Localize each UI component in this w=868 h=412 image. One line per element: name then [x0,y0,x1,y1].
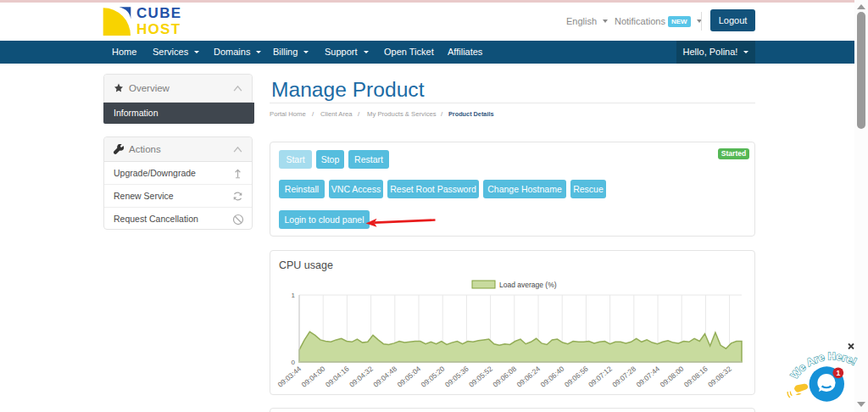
svg-text:Load average (%): Load average (%) [499,281,557,289]
svg-text:1: 1 [836,369,840,377]
svg-text:09:06:56: 09:06:56 [563,365,590,389]
svg-text:09:07:12: 09:07:12 [587,365,614,389]
svg-text:09:05:20: 09:05:20 [420,365,447,389]
svg-text:09:06:24: 09:06:24 [515,365,542,389]
svg-text:09:08:00: 09:08:00 [659,365,686,389]
svg-text:09:06:08: 09:06:08 [491,365,518,389]
svg-text:09:03:44: 09:03:44 [276,365,303,389]
svg-text:09:05:52: 09:05:52 [467,365,494,389]
svg-text:09:06:40: 09:06:40 [539,365,566,389]
svg-text:09:05:04: 09:05:04 [396,365,423,389]
svg-text:1: 1 [292,292,296,299]
svg-text:09:04:48: 09:04:48 [371,365,398,389]
svg-text:09:04:00: 09:04:00 [300,365,327,389]
svg-text:09:08:32: 09:08:32 [706,365,733,389]
svg-text:CUBE: CUBE [136,5,181,21]
svg-text:09:04:16: 09:04:16 [324,365,351,389]
svg-text:09:07:28: 09:07:28 [610,365,637,389]
svg-text:09:08:16: 09:08:16 [682,365,709,389]
svg-text:09:04:32: 09:04:32 [348,365,375,389]
svg-text:09:07:44: 09:07:44 [635,365,662,389]
svg-text:09:05:36: 09:05:36 [443,365,470,389]
svg-text:HOST: HOST [136,21,181,37]
svg-text:0: 0 [292,359,296,366]
